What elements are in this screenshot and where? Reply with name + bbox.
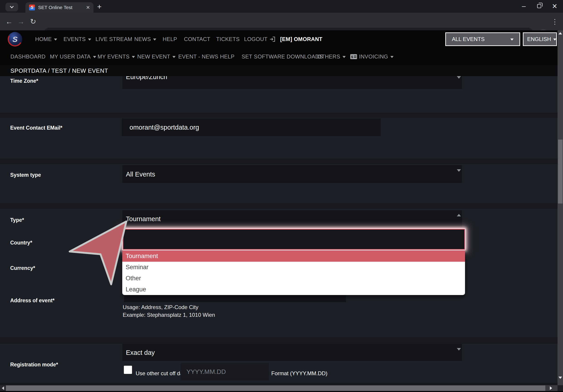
country-label: Country* bbox=[10, 240, 32, 246]
nav-invoicing[interactable]: $ INVOICING bbox=[350, 48, 394, 65]
address-label: Address of event* bbox=[10, 297, 55, 304]
primary-nav: S HOME EVENTS LIVE STREAM NEWS HELP CONT… bbox=[0, 30, 563, 48]
dropdown-option-other[interactable]: Other bbox=[122, 273, 465, 284]
invoice-icon: $ bbox=[350, 54, 357, 59]
caret-down-icon bbox=[390, 56, 394, 58]
nav-live-stream[interactable]: LIVE STREAM bbox=[95, 30, 132, 48]
dropdown-option-seminar[interactable]: Seminar bbox=[122, 262, 465, 273]
browser-toolbar: ← → ↻ sportdata.org/test/set-online/admi… bbox=[0, 13, 563, 30]
scroll-down-arrow[interactable] bbox=[558, 377, 562, 379]
event-type-select[interactable]: Tournament bbox=[122, 210, 462, 227]
caret-down-icon bbox=[153, 38, 156, 41]
nav-my-events[interactable]: MY EVENTS bbox=[98, 48, 135, 65]
scroll-left-arrow[interactable] bbox=[0, 385, 6, 391]
browser-window: S SET Online Test × + – × ← → ↻ sportdat… bbox=[0, 0, 563, 392]
all-events-dropdown[interactable]: ALL EVENTS bbox=[445, 32, 520, 46]
currency-label: Currency* bbox=[10, 265, 35, 271]
address-usage-note: Usage: Address, ZIP-Code City bbox=[123, 304, 198, 310]
dropdown-option-tournament[interactable]: Tournament bbox=[122, 251, 465, 262]
scroll-up-arrow[interactable] bbox=[558, 32, 562, 35]
scroll-right-arrow[interactable] bbox=[550, 386, 552, 390]
time-zone-label: Time Zone* bbox=[10, 78, 38, 84]
nav-help[interactable]: HELP bbox=[163, 30, 177, 48]
caret-down-icon bbox=[132, 56, 135, 58]
contact-email-input[interactable] bbox=[122, 119, 381, 136]
nav-home[interactable]: HOME bbox=[35, 30, 57, 48]
nav-news[interactable]: NEWS bbox=[134, 30, 156, 48]
forward-button[interactable]: → bbox=[15, 13, 27, 30]
reload-button[interactable]: ↻ bbox=[27, 13, 39, 30]
caret-down-icon bbox=[343, 56, 346, 58]
caret-down-icon bbox=[510, 38, 513, 41]
window-bottom-edge bbox=[0, 391, 563, 392]
nav-help2[interactable]: HELP bbox=[220, 48, 235, 65]
minimize-button[interactable]: – bbox=[517, 0, 531, 12]
event-type-label: Type* bbox=[10, 217, 24, 223]
row-divider bbox=[0, 159, 558, 164]
horizontal-scrollbar-thumb[interactable] bbox=[6, 385, 545, 391]
nav-events[interactable]: EVENTS bbox=[64, 30, 91, 48]
caret-down-icon bbox=[457, 169, 461, 172]
date-format-note: Format (YYYY.MM.DD) bbox=[271, 370, 328, 377]
nav-set-software-downloads[interactable]: SET SOFTWARE DOWNLOADS bbox=[242, 48, 323, 65]
nav-new-event[interactable]: NEW EVENT bbox=[137, 48, 176, 65]
user-label[interactable]: [EM] OMORANT bbox=[280, 30, 322, 48]
caret-down-icon bbox=[172, 56, 176, 58]
nav-event-news[interactable]: EVENT - NEWS bbox=[178, 48, 218, 65]
logout-icon bbox=[269, 36, 276, 42]
browser-tab[interactable]: S SET Online Test × bbox=[26, 2, 93, 13]
restore-icon bbox=[537, 4, 541, 8]
row-divider bbox=[0, 203, 558, 209]
type-dropdown-search-input[interactable] bbox=[123, 229, 465, 250]
restore-button[interactable] bbox=[532, 0, 546, 12]
chevron-down-icon bbox=[10, 4, 14, 8]
nav-contact[interactable]: CONTACT bbox=[184, 30, 210, 48]
caret-up-icon bbox=[457, 214, 461, 216]
dropdown-option-league[interactable]: League bbox=[122, 284, 465, 295]
address-example-note: Example: Stephansplatz 1, 1010 Wien bbox=[123, 312, 215, 318]
site-favicon-icon: S bbox=[29, 4, 35, 11]
back-button[interactable]: ← bbox=[3, 13, 15, 30]
nav-my-user-data[interactable]: MY USER DATA bbox=[50, 48, 96, 65]
tab-close-icon[interactable]: × bbox=[86, 4, 90, 11]
caret-down-icon bbox=[54, 38, 57, 41]
system-type-label: System type bbox=[10, 172, 41, 178]
breadcrumb-bar: SPORTDATA / TEST / NEW EVENT bbox=[0, 65, 563, 76]
tab-search-button[interactable] bbox=[5, 3, 18, 11]
tab-title: SET Online Test bbox=[38, 5, 84, 10]
cutoff-date-checkbox[interactable] bbox=[124, 366, 132, 374]
language-dropdown[interactable]: ENGLISH bbox=[523, 32, 557, 46]
vertical-scrollbar-track[interactable] bbox=[558, 30, 563, 385]
caret-down-icon bbox=[553, 38, 556, 41]
vertical-scrollbar-thumb[interactable] bbox=[558, 140, 563, 204]
nav-tickets[interactable]: TICKETS bbox=[216, 30, 240, 48]
row-divider bbox=[0, 337, 558, 344]
system-type-select[interactable]: All Events bbox=[122, 165, 462, 183]
cutoff-date-input[interactable] bbox=[180, 363, 269, 380]
cutoff-date-label: Use other cut off date bbox=[136, 370, 188, 377]
kebab-menu-icon[interactable]: ⋮ bbox=[549, 13, 561, 30]
tab-strip: S SET Online Test × + – × bbox=[0, 0, 563, 13]
type-dropdown-list: Tournament Seminar Other League bbox=[122, 251, 465, 295]
caret-down-icon bbox=[88, 38, 91, 41]
caret-down-icon bbox=[93, 56, 96, 58]
contact-email-label: Event Contact EMail* bbox=[10, 125, 62, 131]
nav-others[interactable]: OTHERS bbox=[317, 48, 346, 65]
caret-down-icon bbox=[457, 76, 461, 79]
svg-text:$: $ bbox=[351, 55, 353, 59]
secondary-nav: DASHBOARD MY USER DATA MY EVENTS NEW EVE… bbox=[0, 48, 563, 65]
row-divider bbox=[0, 113, 558, 118]
breadcrumb[interactable]: SPORTDATA / TEST / NEW EVENT bbox=[11, 65, 108, 76]
registration-mode-label: Registration mode* bbox=[10, 362, 58, 368]
nav-logout[interactable]: LOGOUT bbox=[244, 30, 276, 48]
new-tab-button[interactable]: + bbox=[97, 3, 102, 11]
nav-dashboard[interactable]: DASHBOARD bbox=[11, 48, 46, 65]
registration-mode-select[interactable]: Exact day bbox=[122, 344, 462, 361]
close-window-button[interactable]: × bbox=[548, 0, 562, 12]
sportdata-logo[interactable]: S bbox=[8, 32, 22, 47]
caret-down-icon bbox=[457, 348, 461, 351]
